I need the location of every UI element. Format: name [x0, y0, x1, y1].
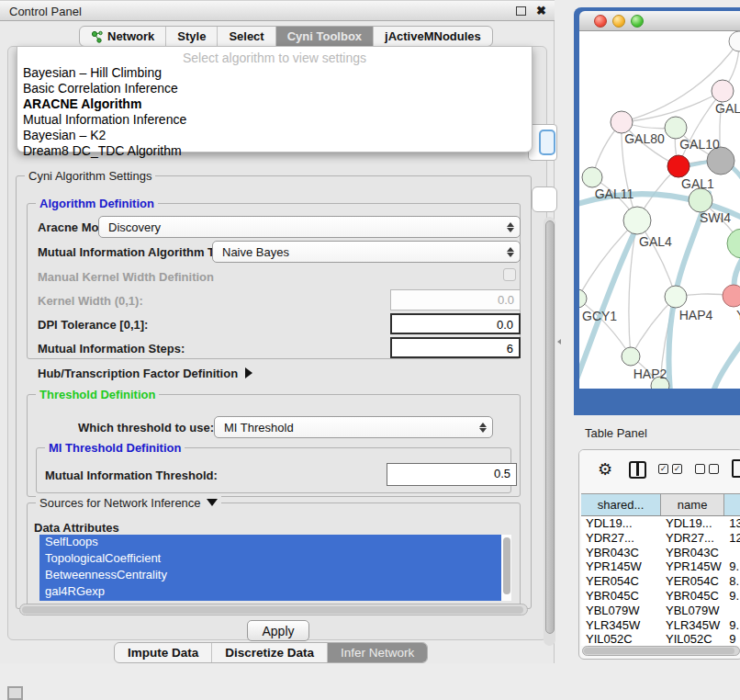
gear-icon[interactable]: ⚙ [598, 459, 612, 480]
mi-type-combobox[interactable]: Naive Bayes [212, 241, 521, 263]
network-node-hap4[interactable] [665, 286, 687, 308]
network-node-gal80[interactable] [611, 111, 633, 133]
checkbox-checked-icon[interactable]: ✓ [672, 464, 682, 474]
table-row[interactable]: YBL079WYBL079W [581, 604, 740, 618]
table-cell[interactable]: YER054C [661, 574, 724, 589]
close-traffic-light-icon[interactable] [594, 15, 607, 28]
dropdown-item[interactable]: Bayesian – Hill Climbing [23, 65, 519, 81]
settings-horizontal-scrollbar[interactable] [19, 604, 528, 615]
table-cell[interactable]: YLR345W [661, 618, 724, 633]
tab-select[interactable]: Select [218, 27, 275, 46]
table-cell[interactable]: YBR043C [581, 546, 661, 560]
split-view-icon[interactable] [629, 461, 646, 479]
table-row[interactable]: YLR345WYLR345W9. [581, 618, 740, 633]
table-cell[interactable]: YPR145W [581, 559, 661, 574]
network-node-gal10[interactable] [665, 117, 687, 139]
table-cell[interactable]: 9 [724, 632, 740, 646]
checkbox-checked-icon[interactable]: ✓ [658, 464, 668, 474]
table-cell[interactable]: 9. [724, 589, 740, 604]
table-cell[interactable]: YBL079W [581, 604, 661, 618]
table-cell[interactable] [724, 604, 740, 618]
settings-vertical-scrollbar[interactable] [544, 217, 555, 646]
table-cell[interactable]: YDL19... [661, 516, 724, 531]
table-row[interactable]: YER054CYER054C8. [581, 574, 740, 589]
dropdown-item[interactable]: Mutual Information Inference [23, 112, 519, 128]
table-cell[interactable]: 9. [724, 559, 740, 574]
table-row[interactable]: YBR045CYBR045C9. [581, 589, 740, 604]
list-item[interactable]: SelfLoops [39, 535, 501, 551]
panel-splitter-handle[interactable] [556, 337, 563, 346]
tab-jactivemnodules[interactable]: jActiveMNodules [374, 27, 492, 46]
table-cell[interactable]: YDL19... [581, 516, 661, 531]
table-cell[interactable]: YDR27... [581, 531, 661, 546]
table-cell[interactable]: YBR043C [661, 546, 724, 560]
table-cell[interactable]: 12 [724, 531, 740, 546]
sources-toggle[interactable]: Sources for Network Inference [36, 496, 221, 510]
table-cell[interactable]: YLR345W [581, 618, 661, 633]
tab-cyni-toolbox[interactable]: Cyni Toolbox [276, 27, 374, 46]
column-header-name[interactable]: name [661, 494, 724, 515]
network-combobox-fragment[interactable] [532, 186, 557, 212]
minimized-panel-icon[interactable] [7, 686, 23, 700]
table-row[interactable]: YBR043CYBR043C [581, 546, 740, 560]
table-cell[interactable]: YBL079W [661, 604, 724, 618]
network-node-hap2[interactable] [622, 347, 640, 366]
hub-definition-toggle[interactable]: Hub/Transcription Factor Definition [38, 367, 252, 380]
float-window-icon[interactable] [516, 6, 526, 16]
table-row[interactable]: YIL052CYIL052C9 [581, 632, 740, 646]
tab-style[interactable]: Style [166, 27, 218, 46]
dpi-tolerance-field[interactable]: 0.0 [390, 313, 521, 334]
column-header-shared-name[interactable]: shared... [581, 494, 661, 515]
dropdown-item[interactable]: Bayesian – K2 [23, 128, 519, 143]
manual-kernel-checkbox[interactable] [503, 268, 516, 281]
tab-discretize-data[interactable]: Discretize Data [212, 643, 328, 662]
dropdown-item[interactable]: ARACNE Algorithm [23, 96, 519, 112]
kernel-width-field[interactable]: 0.0 [390, 289, 521, 310]
table-cell[interactable]: 8. [724, 574, 740, 589]
mi-steps-field[interactable]: 6 [390, 337, 521, 358]
table-cell[interactable]: YDR27... [661, 531, 724, 546]
network-node-gal[interactable] [712, 80, 734, 102]
minimize-traffic-light-icon[interactable] [612, 15, 625, 28]
table-cell[interactable]: YIL052C [661, 632, 724, 646]
aracne-mode-combobox[interactable]: Discovery [98, 216, 521, 238]
network-node-gal1[interactable] [667, 155, 690, 177]
network-node-swi4[interactable] [689, 188, 712, 212]
apply-button[interactable]: Apply [247, 620, 309, 641]
close-icon[interactable]: ✖ [536, 4, 546, 17]
table-row[interactable]: YDL19...YDL19...13 [581, 516, 740, 531]
list-item[interactable]: BetweennessCentrality [39, 568, 501, 584]
network-node-y[interactable] [723, 285, 740, 307]
table-cell[interactable] [724, 546, 740, 560]
network-node[interactable] [729, 31, 740, 51]
network-node[interactable] [727, 229, 740, 258]
tab-network[interactable]: Network [80, 27, 166, 46]
zoom-traffic-light-icon[interactable] [631, 15, 644, 28]
table-cell[interactable]: YPR145W [661, 559, 724, 574]
checkbox-unchecked-icon[interactable] [695, 464, 705, 474]
list-item[interactable]: gal4RGexp [39, 584, 501, 601]
table-cell[interactable]: YER054C [581, 574, 661, 589]
document-icon[interactable] [732, 459, 740, 478]
table-row[interactable]: YDR27...YDR27...12 [581, 531, 740, 546]
which-threshold-combobox[interactable]: MI Threshold [214, 416, 493, 438]
network-canvas[interactable]: GALGAL80GAL10GAL1GAL11SWI4GAL4GCY1HAP4YH… [579, 31, 740, 389]
table-cell[interactable]: 13 [724, 516, 740, 531]
network-node-gal11[interactable] [582, 167, 602, 187]
table-cell[interactable]: 9. [724, 618, 740, 633]
list-vertical-scrollbar[interactable] [503, 537, 510, 594]
tab-impute-data[interactable]: Impute Data [115, 643, 212, 662]
mi-threshold-field[interactable]: 0.5 [387, 463, 517, 486]
table-horizontal-scrollbar[interactable] [582, 646, 740, 656]
dropdown-item[interactable]: Basic Correlation Inference [23, 81, 519, 96]
table-cell[interactable]: YBR045C [581, 589, 661, 604]
checkbox-unchecked-icon[interactable] [709, 464, 719, 474]
tab-infer-network[interactable]: Infer Network [328, 643, 427, 662]
table-row[interactable]: YPR145WYPR145W9. [581, 559, 740, 574]
table-cell[interactable]: YBR045C [661, 589, 724, 604]
column-header-partial[interactable] [724, 494, 740, 515]
list-item[interactable]: TopologicalCoefficient [39, 551, 501, 568]
dropdown-item[interactable]: Dream8 DC_TDC Algorithm [23, 143, 519, 159]
table-cell[interactable]: YIL052C [581, 632, 661, 646]
network-node-gal4[interactable] [623, 207, 651, 234]
